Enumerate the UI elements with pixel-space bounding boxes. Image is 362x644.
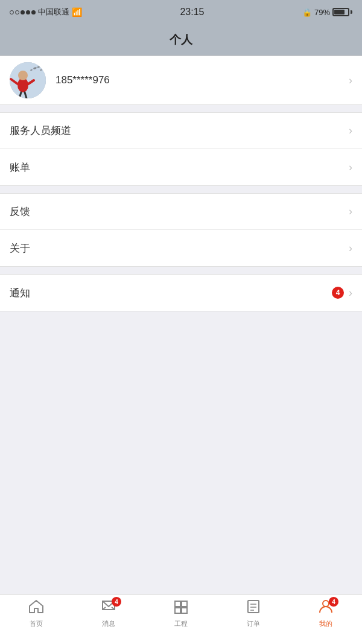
signal-icon — [10, 10, 36, 14]
notification-label: 通知 — [10, 286, 332, 300]
chevron-icon: › — [349, 124, 352, 137]
avatar — [10, 62, 46, 98]
nav-title: 个人 — [170, 32, 192, 48]
profile-item[interactable]: 185*****976 › — [0, 56, 362, 104]
content-area: 185*****976 › 服务人员频道 › 账单 › 反馈 › 关于 › 通知 — [0, 56, 362, 517]
bill-label: 账单 — [10, 161, 349, 174]
phone-number: 185*****976 — [56, 74, 110, 86]
tab-message[interactable]: 4 消息 — [72, 599, 145, 628]
list-item-feedback[interactable]: 反馈 › — [0, 194, 362, 230]
svg-rect-12 — [182, 601, 187, 607]
svg-rect-11 — [175, 601, 180, 607]
wifi-icon: 📶 — [72, 7, 82, 17]
svg-rect-14 — [182, 608, 187, 613]
message-icon: 4 — [101, 599, 116, 617]
battery-icon — [332, 8, 352, 16]
profile-content: 185*****976 — [10, 62, 349, 98]
home-icon — [28, 599, 44, 617]
tab-order[interactable]: 订单 — [217, 599, 290, 628]
tab-project-label: 工程 — [174, 619, 188, 628]
section-3: 通知 4 › — [0, 274, 362, 311]
tab-project[interactable]: 工程 — [145, 599, 217, 628]
svg-rect-13 — [175, 608, 180, 613]
section-1: 服务人员频道 › 账单 › — [0, 112, 362, 186]
chevron-icon: › — [349, 205, 352, 218]
chevron-icon: › — [349, 287, 352, 299]
divider-3 — [0, 267, 362, 274]
list-item-bill[interactable]: 账单 › — [0, 149, 362, 185]
svg-rect-15 — [248, 601, 259, 613]
tab-order-label: 订单 — [247, 619, 260, 628]
list-item-notification[interactable]: 通知 4 › — [0, 275, 362, 311]
status-right: 🔒 79% — [302, 8, 352, 17]
chevron-icon: › — [349, 161, 352, 174]
svg-rect-0 — [10, 62, 46, 98]
chevron-icon: › — [349, 242, 352, 255]
battery-label: 79% — [314, 8, 330, 17]
bottom-empty — [0, 311, 362, 517]
tab-home[interactable]: 首页 — [0, 599, 72, 628]
lock-icon: 🔒 — [302, 8, 312, 17]
tab-mine[interactable]: 4 我的 — [290, 599, 362, 628]
feedback-label: 反馈 — [10, 205, 349, 218]
person-icon: 4 — [318, 599, 334, 617]
about-label: 关于 — [10, 241, 349, 255]
service-label: 服务人员频道 — [10, 124, 349, 138]
profile-section: 185*****976 › — [0, 56, 362, 105]
status-bar: 中国联通 📶 23:15 🔒 79% — [0, 0, 362, 24]
list-item-service[interactable]: 服务人员频道 › — [0, 113, 362, 149]
chevron-icon: › — [349, 74, 352, 87]
nav-bar: 个人 — [0, 24, 362, 56]
notification-badge: 4 — [332, 287, 344, 299]
message-badge: 4 — [112, 597, 121, 607]
tab-message-label: 消息 — [102, 619, 115, 628]
carrier-label: 中国联通 — [38, 7, 69, 18]
section-2: 反馈 › 关于 › — [0, 193, 362, 267]
mine-badge: 4 — [329, 597, 338, 607]
list-item-about[interactable]: 关于 › — [0, 230, 362, 266]
divider-2 — [0, 186, 362, 193]
order-icon — [246, 599, 261, 617]
divider-1 — [0, 105, 362, 112]
svg-point-6 — [18, 71, 28, 80]
status-left: 中国联通 📶 — [10, 7, 82, 18]
status-time: 23:15 — [180, 7, 204, 18]
tab-bar: 首页 4 消息 工程 — [0, 594, 362, 644]
tab-home-label: 首页 — [30, 619, 43, 628]
tab-mine-label: 我的 — [319, 619, 332, 628]
svg-point-19 — [323, 601, 329, 607]
grid-icon — [173, 599, 189, 617]
